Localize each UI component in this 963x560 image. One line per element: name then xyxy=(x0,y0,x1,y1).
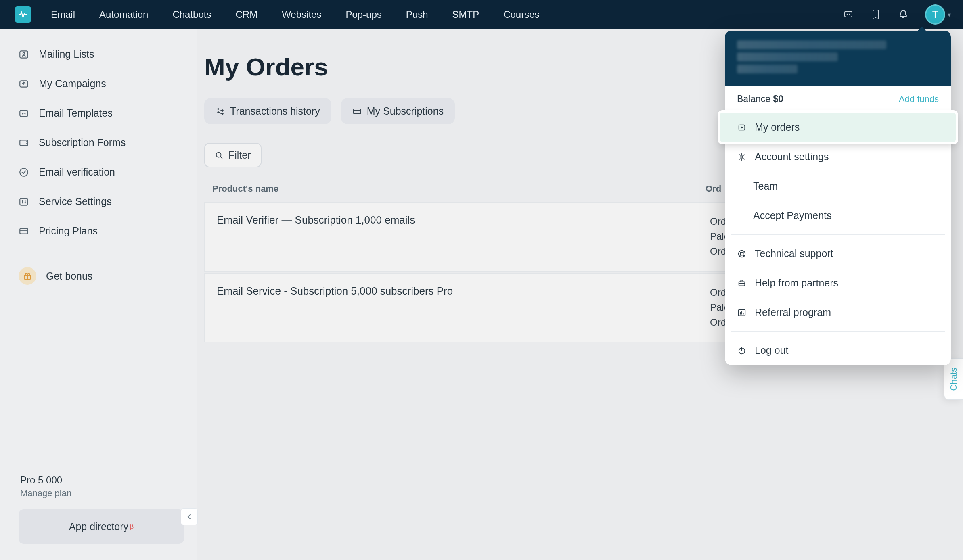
user-dropdown: Balance $0 Add funds My orders Account s… xyxy=(725,31,951,365)
dropdown-item-logout[interactable]: Log out xyxy=(725,336,951,365)
dropdown-divider xyxy=(731,234,945,235)
dropdown-item-my-orders[interactable]: My orders xyxy=(720,113,956,142)
app-logo[interactable] xyxy=(15,6,31,23)
lifebuoy-icon xyxy=(737,249,747,259)
balance-value: $0 xyxy=(773,94,784,104)
chart-icon xyxy=(737,308,747,318)
dropdown-item-referral[interactable]: Referral program xyxy=(725,298,951,327)
sidebar-collapse-button[interactable] xyxy=(181,508,198,525)
nav-email[interactable]: Email xyxy=(51,9,75,20)
messages-icon[interactable] xyxy=(843,9,854,20)
nav-courses[interactable]: Courses xyxy=(503,9,539,20)
dropdown-item-help-partners[interactable]: Help from partners xyxy=(725,268,951,298)
dropdown-balance: Balance $0 Add funds xyxy=(725,86,951,113)
nav-popups[interactable]: Pop-ups xyxy=(345,9,381,20)
chevron-down-icon: ▾ xyxy=(948,11,951,19)
dropdown-item-label: Help from partners xyxy=(755,277,838,289)
orders-icon xyxy=(737,123,747,132)
briefcase-icon xyxy=(737,278,747,288)
top-nav-right: T ▾ xyxy=(843,4,951,25)
user-menu-trigger[interactable]: T ▾ xyxy=(925,4,951,25)
dropdown-item-label: Referral program xyxy=(755,307,831,318)
avatar-letter: T xyxy=(932,9,938,20)
dropdown-item-label: Account settings xyxy=(755,151,829,163)
nav-smtp[interactable]: SMTP xyxy=(452,9,479,20)
redacted-line xyxy=(737,65,798,73)
balance-label: Balance xyxy=(737,94,770,104)
power-icon xyxy=(737,346,747,355)
nav-websites[interactable]: Websites xyxy=(282,9,321,20)
svg-point-4 xyxy=(875,17,877,18)
dropdown-divider xyxy=(731,331,945,332)
nav-crm[interactable]: CRM xyxy=(235,9,257,20)
gear-icon xyxy=(737,152,747,162)
dropdown-item-label: Technical support xyxy=(755,248,833,259)
svg-point-2 xyxy=(849,14,850,15)
dropdown-item-technical-support[interactable]: Technical support xyxy=(725,239,951,268)
dropdown-header xyxy=(725,31,951,86)
redacted-line xyxy=(737,40,886,49)
dropdown-item-label: Team xyxy=(753,180,778,192)
dropdown-item-label: Accept Payments xyxy=(753,210,832,221)
top-nav-links: Email Automation Chatbots CRM Websites P… xyxy=(51,9,540,20)
redacted-line xyxy=(737,52,838,61)
dropdown-item-accept-payments[interactable]: Accept Payments xyxy=(725,201,951,230)
mobile-icon[interactable] xyxy=(870,9,881,20)
svg-point-20 xyxy=(741,156,743,158)
dropdown-item-label: Log out xyxy=(755,345,788,356)
svg-point-22 xyxy=(740,252,743,255)
pulse-icon xyxy=(18,10,28,19)
add-funds-link[interactable]: Add funds xyxy=(899,94,939,104)
dropdown-arrow xyxy=(917,27,927,31)
top-nav: Email Automation Chatbots CRM Websites P… xyxy=(0,0,963,29)
dropdown-item-team[interactable]: Team xyxy=(725,171,951,201)
svg-rect-0 xyxy=(845,11,852,17)
svg-point-1 xyxy=(847,14,848,15)
bell-icon[interactable] xyxy=(898,9,909,20)
nav-automation[interactable]: Automation xyxy=(99,9,148,20)
nav-push[interactable]: Push xyxy=(406,9,428,20)
svg-point-19 xyxy=(741,126,743,128)
dropdown-item-account-settings[interactable]: Account settings xyxy=(725,142,951,171)
avatar: T xyxy=(925,4,945,25)
dropdown-item-label: My orders xyxy=(755,121,800,133)
chats-label: Chats xyxy=(948,368,959,391)
nav-chatbots[interactable]: Chatbots xyxy=(172,9,211,20)
chevron-left-icon xyxy=(186,514,193,520)
